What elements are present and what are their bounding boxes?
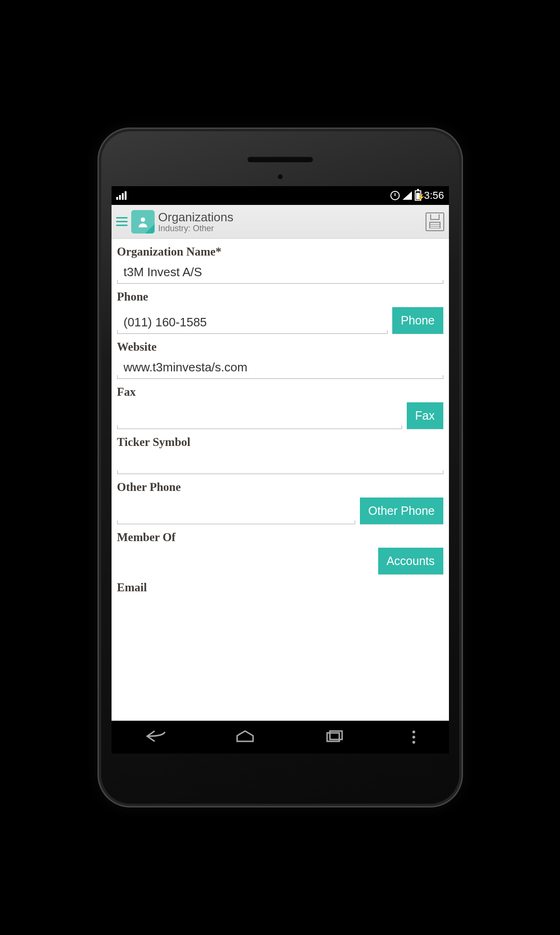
website-input[interactable] [117, 357, 443, 379]
field-phone: Phone Phone [117, 290, 443, 334]
alarm-icon [390, 191, 400, 200]
home-button[interactable] [234, 729, 256, 745]
field-email: Email [117, 581, 443, 594]
battery-charging-icon: ⚡ [415, 190, 421, 201]
ticker-input[interactable] [117, 452, 443, 474]
status-notification-icon [116, 191, 127, 200]
field-website: Website [117, 340, 443, 379]
other-phone-input[interactable] [117, 503, 355, 524]
org-name-input[interactable] [117, 262, 443, 284]
screen: ⚡ 3:56 Organizations Industry: Other Org… [112, 186, 449, 754]
fax-label: Fax [117, 385, 443, 399]
app-logo-icon [131, 210, 155, 234]
org-name-label: Organization Name* [117, 245, 443, 258]
ticker-label: Ticker Symbol [117, 436, 443, 449]
status-bar: ⚡ 3:56 [112, 186, 449, 205]
save-icon[interactable] [426, 212, 444, 231]
field-organization-name: Organization Name* [117, 245, 443, 284]
phone-input[interactable] [117, 312, 388, 334]
back-button[interactable] [145, 729, 167, 745]
phone-speaker [247, 157, 313, 162]
app-header: Organizations Industry: Other [112, 205, 449, 239]
other-phone-button[interactable]: Other Phone [360, 498, 443, 524]
field-ticker: Ticker Symbol [117, 436, 443, 474]
status-time: 3:56 [424, 189, 444, 202]
field-fax: Fax Fax [117, 385, 443, 429]
android-nav-bar [112, 721, 449, 754]
menu-icon[interactable] [116, 217, 127, 226]
phone-label: Phone [117, 290, 443, 303]
phone-device-frame: ⚡ 3:56 Organizations Industry: Other Org… [97, 128, 463, 807]
form-area: Organization Name* Phone Phone Website [112, 239, 449, 721]
field-member-of: Member Of Accounts [117, 531, 443, 574]
signal-icon [403, 191, 412, 200]
field-other-phone: Other Phone Other Phone [117, 481, 443, 524]
page-title: Organizations [158, 210, 422, 225]
other-phone-label: Other Phone [117, 481, 443, 494]
recent-apps-button[interactable] [323, 729, 345, 745]
svg-point-0 [141, 217, 145, 221]
website-label: Website [117, 340, 443, 354]
fax-button[interactable]: Fax [407, 402, 443, 429]
email-label: Email [117, 581, 443, 594]
phone-camera-dot [278, 174, 283, 179]
member-of-label: Member Of [117, 531, 443, 544]
accounts-button[interactable]: Accounts [378, 548, 443, 574]
page-subtitle: Industry: Other [158, 224, 422, 234]
fax-input[interactable] [117, 407, 402, 429]
overflow-menu-button[interactable] [412, 731, 415, 744]
phone-button[interactable]: Phone [392, 307, 443, 334]
